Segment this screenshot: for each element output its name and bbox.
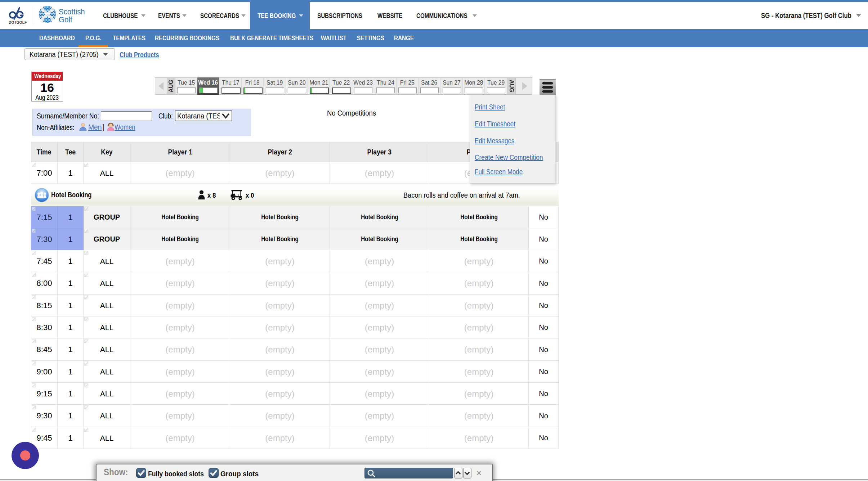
svg-text:Golf: Golf: [59, 15, 72, 23]
svg-text:DOTGOLF: DOTGOLF: [9, 21, 27, 24]
